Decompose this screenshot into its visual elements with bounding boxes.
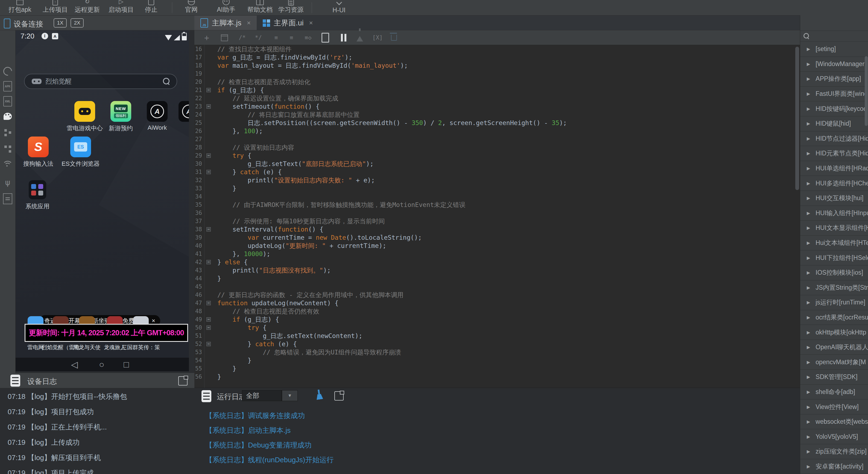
code-line[interactable]: 50− try { [194, 324, 795, 332]
component-list-item[interactable]: ▶HID元素节点类[Hid [800, 146, 868, 161]
scale-2x-button[interactable]: 2X [70, 18, 84, 28]
tab-main-script[interactable]: 主脚本.js × [194, 15, 257, 30]
code-line[interactable]: 55 } [194, 365, 795, 373]
editor-scrollbar[interactable] [795, 47, 799, 190]
expand-arrow-icon[interactable]: ▶ [807, 404, 810, 410]
fold-marker-icon[interactable]: − [207, 227, 211, 232]
code-line[interactable]: 35 // 由于AIWROK平台限制，暂时移除触摸拖拽功能，避免MotionEv… [194, 201, 795, 209]
expand-arrow-icon[interactable]: ▶ [807, 225, 810, 231]
expand-arrow-icon[interactable]: ▶ [807, 46, 810, 52]
code-line[interactable]: 46// 更新日志内容的函数 - 定义在全局作用域中，供其他脚本调用 [194, 291, 795, 299]
upload-project-button[interactable]: ↑上传项目 [37, 0, 73, 15]
code-line[interactable]: 24 // 将日志窗口放置在屏幕底部居中位置 [194, 110, 795, 119]
code-line[interactable]: 29− try { [194, 151, 795, 160]
code-line[interactable]: 41 }, 10000); [194, 250, 795, 258]
flask-icon[interactable] [354, 33, 365, 43]
component-list-item[interactable]: ▶YoloV5[yoloV5] [800, 429, 868, 444]
component-list-item[interactable]: ▶[WindowManager [800, 57, 868, 72]
expand-arrow-icon[interactable]: ▶ [807, 106, 810, 111]
code-line[interactable]: 36 [194, 209, 795, 217]
screen-tool-icon[interactable] [0, 193, 15, 205]
component-search[interactable] [800, 31, 868, 41]
code-line[interactable]: 20// 检查日志视图是否成功初始化 [194, 78, 795, 86]
code-line[interactable]: 22 // 延迟设置位置，确保界面加载完成 [194, 94, 795, 102]
app-new-games[interactable]: NEW 领福利 [111, 101, 131, 122]
code-line[interactable]: 34 [194, 193, 795, 201]
usb-connect-icon[interactable]: ψ [0, 176, 15, 189]
package-apk-button[interactable]: 打包apk [2, 0, 38, 15]
node-tree-icon[interactable] [0, 143, 15, 155]
fold-marker-icon[interactable]: − [207, 326, 211, 330]
help-docs-button[interactable]: 帮助文档 [242, 0, 278, 15]
apk-file-icon[interactable]: APK [0, 80, 15, 93]
wifi-connect-icon[interactable] [0, 160, 15, 172]
code-line[interactable]: 42−} else { [194, 258, 795, 266]
component-list-item[interactable]: ▶Hui文本域组件[HTe [800, 236, 868, 251]
code-line[interactable]: 38− setInterval(function() { [194, 225, 795, 233]
expand-arrow-icon[interactable]: ▶ [807, 390, 810, 395]
stop-button[interactable]: 停止 [136, 0, 166, 15]
expand-arrow-icon[interactable]: ▶ [807, 285, 810, 290]
system-apps-folder[interactable] [29, 180, 46, 199]
component-list-item[interactable]: ▶View控件[View] [800, 400, 868, 414]
expand-arrow-icon[interactable]: ▶ [807, 240, 810, 245]
panel-scrollbar[interactable] [865, 56, 868, 126]
component-list-item[interactable]: ▶SDK管理[SDK] [800, 370, 868, 385]
code-line[interactable]: 48 // 检查日志视图是否仍然有效 [194, 307, 795, 315]
app-partial[interactable]: A [179, 101, 189, 122]
close-icon[interactable]: × [309, 19, 313, 27]
code-line[interactable]: 44} [194, 274, 795, 282]
indent-icon[interactable]: ≡ [286, 33, 297, 43]
fold-marker-icon[interactable]: − [207, 88, 211, 92]
code-line[interactable]: 25 日志.setPosition((screen.getScreenWidth… [194, 119, 795, 127]
code-line[interactable]: 40 updateLog("更新时间: " + currentTime); [194, 242, 795, 250]
nav-home-icon[interactable]: ○ [99, 358, 104, 371]
phone-mirror[interactable]: 7:20 i A 烈焰觉醒 雷电游戏中心 NEW 领福利 新游预约 A AiWo… [16, 30, 189, 371]
app-game-center[interactable] [74, 101, 95, 122]
code-line[interactable]: 16// 查找日志文本视图组件 [194, 45, 795, 53]
component-list-item[interactable]: ▶HUI下拉组件[HSele [800, 250, 868, 265]
component-list-item[interactable]: ▶HUI输入组件[HInpu [800, 206, 868, 221]
remote-update-button[interactable]: ↻远程更新 [69, 0, 105, 15]
code-line[interactable]: 30 g_日志.setText("底部日志系统已启动"); [194, 160, 795, 168]
component-list-item[interactable]: ▶HUI文本显示组件[H [800, 221, 868, 236]
new-file-icon[interactable]: + [201, 33, 212, 43]
expand-arrow-icon[interactable]: ▶ [807, 419, 810, 424]
log-filter-select[interactable]: 全部 [242, 390, 282, 401]
expand-arrow-icon[interactable]: ▶ [807, 255, 810, 261]
component-list-item[interactable]: ▶HID键鼠[hid] [800, 116, 868, 131]
fold-marker-icon[interactable]: − [207, 342, 211, 346]
component-list-item[interactable]: ▶ocr结果类[ocrResu [800, 310, 868, 325]
code-line[interactable]: 27 [194, 135, 795, 143]
expand-arrow-icon[interactable]: ▶ [807, 330, 810, 335]
popout-icon[interactable] [334, 391, 344, 401]
trash-icon[interactable] [389, 33, 399, 43]
fold-marker-icon[interactable]: − [207, 170, 211, 174]
phone-frame-icon[interactable] [320, 33, 331, 43]
code-line[interactable]: 18var main_layout = 日志.findViewById('mai… [194, 61, 795, 70]
component-list-item[interactable]: ▶HUI单选组件[HRad [800, 161, 868, 176]
code-line[interactable]: 51 g_日志.setText(newContent); [194, 332, 795, 340]
code-line[interactable]: 37 // 示例使用: 每隔10秒更新日志内容，显示当前时间 [194, 217, 795, 225]
comment-open-icon[interactable]: /* [237, 33, 248, 43]
code-line[interactable]: 49− if (g_日志) { [194, 315, 795, 324]
tab-main-ui[interactable]: 主界面.ui × [257, 15, 319, 30]
expand-arrow-icon[interactable]: ▶ [807, 315, 810, 320]
code-line[interactable]: 43 printl("日志视图没有找到。"); [194, 266, 795, 274]
expand-arrow-icon[interactable]: ▶ [807, 166, 810, 171]
code-line[interactable]: 23− setTimeout(function() { [194, 102, 795, 110]
code-line[interactable]: 31− } catch (e) { [194, 168, 795, 176]
learning-resources-button[interactable]: 学习资源 [273, 0, 309, 15]
expand-arrow-icon[interactable]: ▶ [807, 91, 810, 96]
expand-arrow-icon[interactable]: ▶ [807, 151, 810, 156]
print-icon[interactable] [219, 33, 230, 43]
code-line[interactable]: 45 [194, 282, 795, 291]
select-arrow-icon[interactable]: ▼ [282, 390, 298, 401]
code-line[interactable]: 21−if (g_日志) { [194, 86, 795, 94]
component-list-item[interactable]: ▶okHttp模块[okHttp [800, 325, 868, 340]
official-site-button[interactable]: 官网 [176, 0, 207, 15]
fold-marker-icon[interactable]: − [207, 260, 211, 264]
format-code-icon[interactable]: ≡◇ [303, 33, 314, 43]
nav-back-icon[interactable]: ◁ [71, 358, 78, 371]
code-editor[interactable]: 16// 查找日志文本视图组件17var g_日志 = 日志.findViewB… [194, 45, 800, 388]
